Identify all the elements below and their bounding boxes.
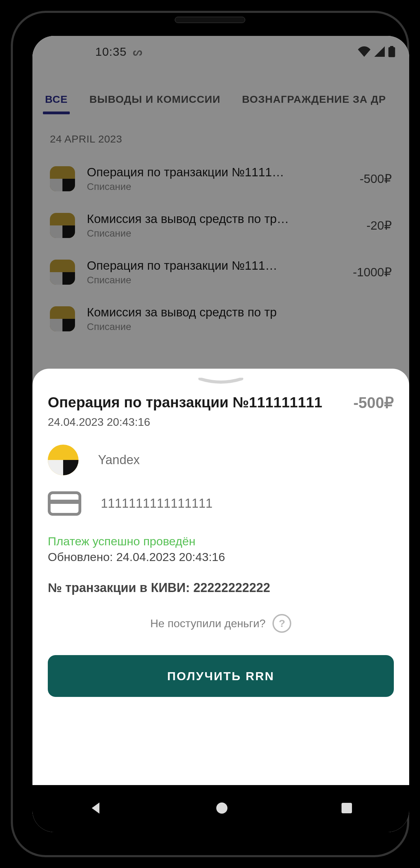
sheet-title: Операция по транзакции №111111111: [48, 394, 346, 411]
card-icon: [48, 491, 81, 516]
sheet-amount: -500₽: [353, 394, 394, 412]
svg-rect-3: [49, 500, 80, 504]
sheet-datetime: 24.04.2023 20:43:16: [48, 416, 394, 429]
get-rrn-button[interactable]: ПОЛУЧИТЬ RRN: [48, 655, 394, 697]
phone-frame: 10:35 ᔕ ВСЕ ВЫВОДЫ И КОМИССИИ ВОЗНАГРАЖД…: [11, 11, 409, 857]
card-number: 1111111111111111: [101, 496, 212, 511]
merchant-logo-icon: [48, 445, 78, 475]
nav-recent-button[interactable]: [341, 802, 353, 815]
svg-rect-5: [342, 803, 352, 813]
help-text: Не поступили деньги?: [150, 617, 266, 630]
nav-back-button[interactable]: [89, 801, 103, 816]
nav-home-button[interactable]: [216, 802, 228, 816]
help-row[interactable]: Не поступили деньги? ?: [48, 614, 394, 633]
svg-point-4: [216, 802, 227, 814]
question-icon: ?: [272, 614, 291, 633]
speaker-grill: [175, 17, 245, 23]
kiwi-transaction-id: № транзакции в КИВИ: 22222222222: [48, 581, 394, 595]
screen: 10:35 ᔕ ВСЕ ВЫВОДЫ И КОМИССИИ ВОЗНАГРАЖД…: [32, 36, 409, 832]
system-nav-bar: [32, 785, 409, 832]
transaction-detail-sheet: Операция по транзакции №111111111 -500₽ …: [32, 369, 409, 785]
drag-handle[interactable]: [198, 378, 243, 385]
merchant-name: Yandex: [98, 453, 140, 467]
payment-status: Платеж успешно проведён: [48, 535, 394, 548]
updated-timestamp: Обновлено: 24.04.2023 20:43:16: [48, 550, 394, 564]
